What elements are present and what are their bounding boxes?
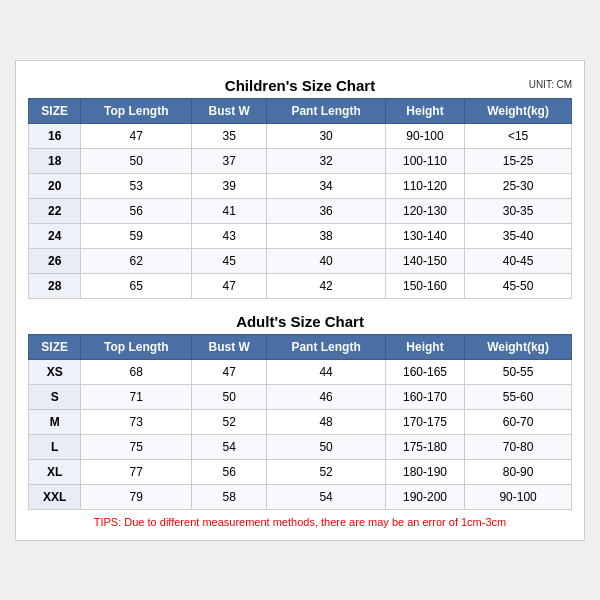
adults-size-table: SIZETop LengthBust WPant LengthHeightWei… — [28, 334, 572, 510]
table-cell: 160-165 — [385, 359, 464, 384]
table-cell: 50 — [81, 148, 192, 173]
table-cell: 56 — [81, 198, 192, 223]
table-row: 22564136120-13030-35 — [29, 198, 572, 223]
header-cell: Bust W — [192, 98, 267, 123]
table-cell: 55-60 — [465, 384, 572, 409]
table-cell: XL — [29, 459, 81, 484]
table-cell: 140-150 — [385, 248, 464, 273]
table-cell: 24 — [29, 223, 81, 248]
table-row: 28654742150-16045-50 — [29, 273, 572, 298]
table-cell: 52 — [192, 409, 267, 434]
table-row: 26624540140-15040-45 — [29, 248, 572, 273]
table-cell: 25-30 — [465, 173, 572, 198]
table-cell: 90-100 — [465, 484, 572, 509]
table-cell: 22 — [29, 198, 81, 223]
table-cell: 39 — [192, 173, 267, 198]
children-table-body: 1647353090-100<1518503732100-11015-25205… — [29, 123, 572, 298]
table-cell: 59 — [81, 223, 192, 248]
table-cell: 65 — [81, 273, 192, 298]
header-cell: Pant Length — [267, 98, 386, 123]
table-cell: 43 — [192, 223, 267, 248]
table-cell: 34 — [267, 173, 386, 198]
table-row: 1647353090-100<15 — [29, 123, 572, 148]
table-cell: 42 — [267, 273, 386, 298]
table-cell: 77 — [81, 459, 192, 484]
table-row: 20533934110-12025-30 — [29, 173, 572, 198]
table-cell: 52 — [267, 459, 386, 484]
table-cell: 75 — [81, 434, 192, 459]
table-cell: 30-35 — [465, 198, 572, 223]
table-cell: 47 — [81, 123, 192, 148]
table-cell: 175-180 — [385, 434, 464, 459]
table-cell: 54 — [192, 434, 267, 459]
table-cell: XS — [29, 359, 81, 384]
children-header-row: SIZETop LengthBust WPant LengthHeightWei… — [29, 98, 572, 123]
table-cell: 110-120 — [385, 173, 464, 198]
table-cell: XXL — [29, 484, 81, 509]
header-cell: Height — [385, 98, 464, 123]
table-row: XXL795854190-20090-100 — [29, 484, 572, 509]
children-section-title: Children's Size Chart UNIT: CM — [28, 71, 572, 98]
table-cell: 150-160 — [385, 273, 464, 298]
table-cell: 190-200 — [385, 484, 464, 509]
header-cell: Top Length — [81, 98, 192, 123]
table-cell: 58 — [192, 484, 267, 509]
children-title-text: Children's Size Chart — [225, 77, 375, 94]
header-cell: Weight(kg) — [465, 98, 572, 123]
table-cell: 50-55 — [465, 359, 572, 384]
table-cell: 46 — [267, 384, 386, 409]
table-cell: 48 — [267, 409, 386, 434]
header-cell: Height — [385, 334, 464, 359]
header-cell: Pant Length — [267, 334, 386, 359]
adults-title-text: Adult's Size Chart — [236, 313, 364, 330]
table-cell: 40 — [267, 248, 386, 273]
adults-header-row: SIZETop LengthBust WPant LengthHeightWei… — [29, 334, 572, 359]
table-cell: M — [29, 409, 81, 434]
table-cell: 35 — [192, 123, 267, 148]
children-size-table: SIZETop LengthBust WPant LengthHeightWei… — [28, 98, 572, 299]
table-row: XS684744160-16550-55 — [29, 359, 572, 384]
table-cell: 120-130 — [385, 198, 464, 223]
table-row: XL775652180-19080-90 — [29, 459, 572, 484]
table-cell: 36 — [267, 198, 386, 223]
table-cell: 68 — [81, 359, 192, 384]
table-cell: 62 — [81, 248, 192, 273]
table-cell: 80-90 — [465, 459, 572, 484]
table-cell: 71 — [81, 384, 192, 409]
table-row: M735248170-17560-70 — [29, 409, 572, 434]
table-cell: 79 — [81, 484, 192, 509]
table-cell: 56 — [192, 459, 267, 484]
table-cell: 28 — [29, 273, 81, 298]
table-cell: 15-25 — [465, 148, 572, 173]
table-cell: 160-170 — [385, 384, 464, 409]
table-cell: <15 — [465, 123, 572, 148]
table-cell: 40-45 — [465, 248, 572, 273]
tips-text: TIPS: Due to different measurement metho… — [28, 516, 572, 528]
table-cell: 50 — [192, 384, 267, 409]
unit-label: UNIT: CM — [529, 79, 572, 90]
table-row: 18503732100-11015-25 — [29, 148, 572, 173]
table-cell: 38 — [267, 223, 386, 248]
table-cell: 50 — [267, 434, 386, 459]
table-cell: 35-40 — [465, 223, 572, 248]
table-cell: L — [29, 434, 81, 459]
table-row: 24594338130-14035-40 — [29, 223, 572, 248]
table-cell: 45 — [192, 248, 267, 273]
table-cell: 54 — [267, 484, 386, 509]
table-cell: 180-190 — [385, 459, 464, 484]
table-cell: 73 — [81, 409, 192, 434]
table-cell: 100-110 — [385, 148, 464, 173]
table-cell: 60-70 — [465, 409, 572, 434]
table-cell: 47 — [192, 273, 267, 298]
table-row: S715046160-17055-60 — [29, 384, 572, 409]
adults-table-body: XS684744160-16550-55S715046160-17055-60M… — [29, 359, 572, 509]
adults-section-title: Adult's Size Chart — [28, 307, 572, 334]
header-cell: Weight(kg) — [465, 334, 572, 359]
table-cell: 30 — [267, 123, 386, 148]
table-cell: 170-175 — [385, 409, 464, 434]
table-cell: 41 — [192, 198, 267, 223]
table-cell: 130-140 — [385, 223, 464, 248]
size-chart: Children's Size Chart UNIT: CM SIZETop L… — [15, 60, 585, 541]
table-cell: 20 — [29, 173, 81, 198]
table-cell: 70-80 — [465, 434, 572, 459]
